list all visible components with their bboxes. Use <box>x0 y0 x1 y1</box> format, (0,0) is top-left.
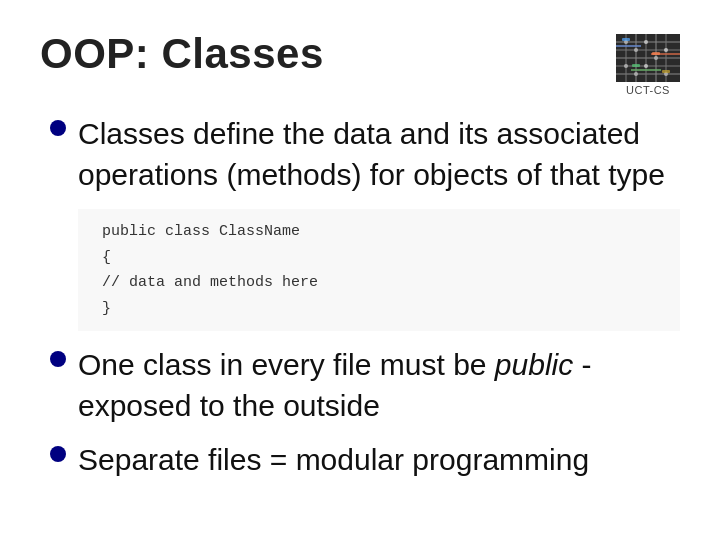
slide-content: Classes define the data and its associat… <box>40 114 680 481</box>
uct-logo-icon <box>616 34 680 82</box>
svg-point-18 <box>644 64 648 68</box>
svg-rect-24 <box>652 52 660 55</box>
header-row: OOP: Classes <box>40 30 680 96</box>
logo-label: UCT-CS <box>626 84 670 96</box>
bullet-item-3: Separate files = modular programming <box>50 440 680 481</box>
bullet-item-1: Classes define the data and its associat… <box>50 114 680 195</box>
svg-point-15 <box>664 48 668 52</box>
bullet-item-2: One class in every file must be public -… <box>50 345 680 426</box>
bullet-text-2: One class in every file must be public -… <box>78 345 680 426</box>
slide-title: OOP: Classes <box>40 30 324 78</box>
bullet2-italic: public <box>495 348 573 381</box>
bullet-text-1: Classes define the data and its associat… <box>78 114 680 195</box>
svg-point-16 <box>624 64 628 68</box>
code-block: public class ClassName { // data and met… <box>78 209 680 331</box>
bullet-dot-2 <box>50 351 66 367</box>
code-line-4: } <box>102 296 664 322</box>
code-line-1: public class ClassName <box>102 219 664 245</box>
code-line-3: // data and methods here <box>102 270 664 296</box>
bullet2-text-part1: One class in every file must be <box>78 348 495 381</box>
bullet-text-3: Separate files = modular programming <box>78 440 589 481</box>
bullet-dot-1 <box>50 120 66 136</box>
svg-rect-26 <box>662 70 670 73</box>
svg-point-17 <box>634 72 638 76</box>
svg-point-12 <box>634 48 638 52</box>
logo-area: UCT-CS <box>616 34 680 96</box>
svg-rect-25 <box>632 64 640 67</box>
svg-point-13 <box>644 40 648 44</box>
code-line-2: { <box>102 245 664 271</box>
bullet1-text: Classes define the data and its associat… <box>78 117 665 191</box>
svg-point-14 <box>654 56 658 60</box>
svg-rect-23 <box>622 38 630 41</box>
bullet-dot-3 <box>50 446 66 462</box>
slide: OOP: Classes <box>0 0 720 540</box>
